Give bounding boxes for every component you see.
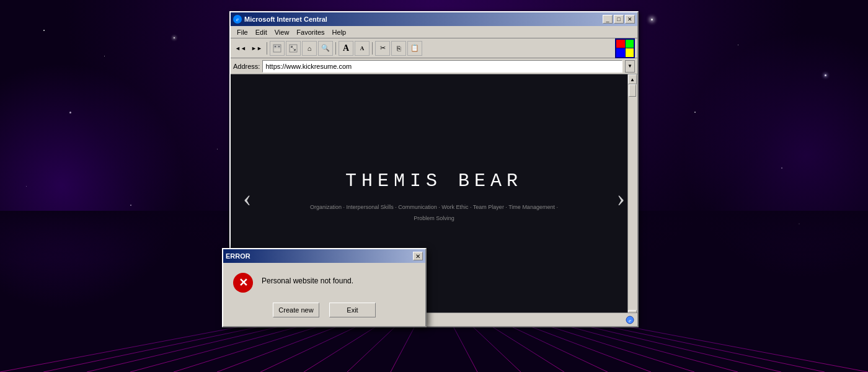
menu-view[interactable]: View [271, 27, 293, 37]
menu-bar: File Edit View Favorites Help [231, 26, 637, 38]
exit-button[interactable]: Exit [329, 303, 376, 317]
address-dropdown-icon[interactable]: ▼ [625, 60, 635, 73]
windows-logo [615, 38, 635, 58]
status-icon: e [625, 315, 635, 325]
close-button[interactable]: ✕ [625, 15, 635, 24]
scrollbar-up-arrow[interactable]: ▲ [628, 74, 637, 84]
stop-icon[interactable] [270, 41, 285, 56]
win-logo-blue [616, 48, 625, 57]
resume-skills: Organization · Interpersonal Skills · Co… [310, 202, 558, 224]
error-close-button[interactable]: ✕ [413, 252, 423, 260]
font-large-icon[interactable]: A [339, 41, 353, 56]
refresh-icon[interactable] [286, 41, 301, 56]
title-bar-left: e Microsoft Internet Central [233, 15, 327, 24]
error-dialog: ERROR ✕ ✕ Personal website not found. Cr… [222, 248, 427, 327]
win-logo-green [626, 40, 634, 48]
error-buttons: Create new Exit [223, 300, 425, 326]
nav-next-button[interactable]: › [617, 183, 625, 212]
error-title-bar: ERROR ✕ [223, 249, 425, 263]
scrollbar-thumb[interactable] [629, 84, 636, 97]
win-logo-grid [616, 40, 634, 57]
title-bar-buttons: _ □ ✕ [603, 15, 635, 24]
svg-point-39 [275, 45, 277, 47]
menu-edit[interactable]: Edit [252, 27, 271, 37]
toolbar-sep-1 [267, 42, 267, 55]
window-title: Microsoft Internet Central [244, 16, 327, 23]
svg-text:e: e [629, 317, 631, 324]
toolbar: ◄◄ ►► ⌂ 🔍 A A ✂ [231, 38, 637, 58]
scrollbar[interactable]: ▲ ▼ [627, 74, 637, 320]
home-icon[interactable]: ⌂ [302, 41, 317, 56]
create-new-button[interactable]: Create new [273, 303, 319, 317]
error-message: Personal website not found. [262, 273, 353, 285]
menu-favorites[interactable]: Favorites [293, 27, 328, 37]
ie-icon: e [233, 15, 242, 24]
win-logo-red [616, 40, 625, 48]
error-body: ✕ Personal website not found. [223, 263, 425, 300]
address-bar: Address: ▼ [231, 58, 637, 74]
back-icon[interactable]: ◄◄ [233, 41, 248, 56]
minimize-button[interactable]: _ [603, 15, 613, 24]
nav-prev-button[interactable]: ‹ [243, 183, 251, 212]
search-icon[interactable]: 🔍 [318, 41, 333, 56]
address-input[interactable] [262, 60, 622, 73]
copy-icon[interactable]: ⎘ [391, 41, 406, 56]
win-logo-yellow [626, 48, 634, 57]
title-bar: e Microsoft Internet Central _ □ ✕ [231, 12, 637, 26]
address-label: Address: [233, 63, 260, 70]
forward-icon[interactable]: ►► [249, 41, 264, 56]
toolbar-sep-2 [335, 42, 336, 55]
menu-file[interactable]: File [233, 27, 252, 37]
error-title-text: ERROR [226, 252, 250, 260]
maximize-button[interactable]: □ [614, 15, 624, 24]
cut-icon[interactable]: ✂ [375, 41, 390, 56]
svg-point-40 [278, 45, 280, 47]
toolbar-sep-3 [372, 42, 373, 55]
menu-help[interactable]: Help [329, 27, 350, 37]
svg-line-44 [291, 46, 296, 51]
error-icon: ✕ [233, 273, 253, 293]
paste-icon[interactable]: 📋 [407, 41, 422, 56]
resume-name: THEMIS BEAR [345, 170, 523, 192]
font-small-icon[interactable]: A [355, 41, 370, 56]
